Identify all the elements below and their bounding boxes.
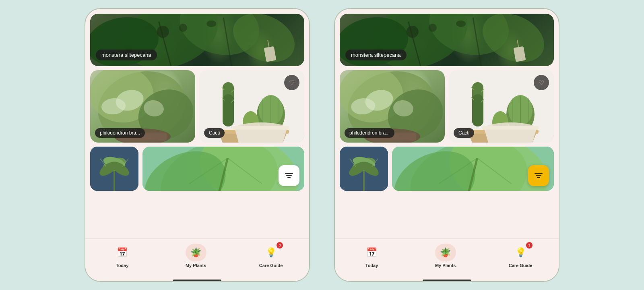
nav-myplants-label-right: My Plants <box>435 263 456 268</box>
phone-left: monstera siltepecana ph <box>85 8 310 282</box>
nav-badge-right: 3 <box>526 242 533 249</box>
bot-row <box>90 147 304 191</box>
svg-rect-71 <box>472 94 483 126</box>
mid-row-right: philodendron bra... <box>340 70 554 143</box>
bottom-nav-right: 📅 Today 🪴 My Plants 💡 3 Care Guide <box>335 238 559 279</box>
filter-icon-right <box>535 173 543 178</box>
heart-button-cacti-right[interactable]: ♡ <box>534 75 549 90</box>
nav-myplants-icon-wrap-right: 🪴 <box>435 244 456 261</box>
philodendron-label-right: philodendron bra... <box>345 128 394 138</box>
cacti-card-right[interactable]: ♡ Cacti <box>449 70 554 143</box>
bulb-icon-left: 💡 <box>266 247 277 258</box>
bottom-nav-left: 📅 Today 🪴 My Plants 💡 3 Care Guide <box>85 238 309 279</box>
home-indicator-left <box>173 280 221 281</box>
philodendron-card-left[interactable]: philodendron bra... <box>90 70 195 143</box>
plant-grid-left: monstera siltepecana ph <box>85 9 309 238</box>
nav-careguide-label-right: Care Guide <box>509 263 533 268</box>
nav-myplants-left[interactable]: 🪴 My Plants <box>186 244 206 268</box>
filter-button-right[interactable] <box>528 165 549 186</box>
nav-careguide-label-left: Care Guide <box>259 263 283 268</box>
nav-today-icon-wrap-right: 📅 <box>361 244 382 261</box>
nav-myplants-right[interactable]: 🪴 My Plants <box>435 244 456 268</box>
svg-point-6 <box>206 21 216 27</box>
filter-button-left[interactable] <box>279 165 299 186</box>
mid-row: philodendron bra... <box>90 70 304 143</box>
philodendron-label-left: philodendron bra... <box>95 128 145 138</box>
small-plant-card-right[interactable] <box>340 147 388 191</box>
phone-right: monstera siltepecana philodendron bra... <box>334 8 559 282</box>
plant-grid-right: monstera siltepecana philodendron bra... <box>335 9 559 238</box>
monstera-label-right: monstera siltepecana <box>345 50 407 60</box>
svg-rect-21 <box>223 94 234 126</box>
top-row: monstera siltepecana <box>90 14 304 66</box>
nav-today-right[interactable]: 📅 Today <box>361 244 382 268</box>
svg-point-5 <box>179 24 187 32</box>
svg-point-53 <box>475 14 552 66</box>
svg-rect-84 <box>482 126 539 130</box>
nav-today-icon-wrap-left: 📅 <box>112 244 133 261</box>
monstera-label-left: monstera siltepecana <box>96 50 157 60</box>
tropical-card-right[interactable] <box>392 147 554 191</box>
philodendron-card-right[interactable]: philodendron bra... <box>340 70 445 143</box>
filter-icon-left <box>285 173 293 178</box>
svg-point-56 <box>456 21 466 27</box>
calendar-icon-right: 📅 <box>366 247 377 258</box>
cacti-card-left[interactable]: ♡ Cacti <box>199 70 304 143</box>
nav-careguide-badge-wrap-left: 💡 3 <box>260 244 281 261</box>
small-plant-card-left[interactable] <box>90 147 138 191</box>
cacti-label-right: Cacti <box>454 128 474 138</box>
nav-myplants-label-left: My Plants <box>186 263 206 268</box>
nav-today-left[interactable]: 📅 Today <box>112 244 133 268</box>
nav-careguide-badge-wrap-right: 💡 3 <box>510 244 531 261</box>
monstera-card-left[interactable]: monstera siltepecana <box>90 14 304 66</box>
tropical-card-left[interactable] <box>142 147 304 191</box>
svg-point-3 <box>225 14 303 66</box>
monstera-card-right[interactable]: monstera siltepecana <box>340 14 554 66</box>
nav-today-label-left: Today <box>116 263 129 268</box>
heart-button-cacti-left[interactable]: ♡ <box>284 75 299 90</box>
svg-rect-34 <box>233 126 289 130</box>
svg-point-55 <box>429 24 437 32</box>
bulb-icon-right: 💡 <box>515 247 526 258</box>
nav-myplants-icon-wrap-left: 🪴 <box>186 244 206 261</box>
nav-today-label-right: Today <box>365 263 378 268</box>
plant-icon-left: 🪴 <box>190 247 201 258</box>
nav-careguide-left[interactable]: 💡 3 Care Guide <box>259 244 283 268</box>
plant-icon-right: 🪴 <box>440 247 451 258</box>
nav-badge-left: 3 <box>277 242 283 249</box>
home-indicator-right <box>423 280 471 281</box>
bot-row-right <box>340 147 554 191</box>
nav-careguide-right[interactable]: 💡 3 Care Guide <box>509 244 533 268</box>
cacti-label-left: Cacti <box>204 128 225 138</box>
top-row-right: monstera siltepecana <box>340 14 554 66</box>
calendar-icon-left: 📅 <box>117 247 128 258</box>
